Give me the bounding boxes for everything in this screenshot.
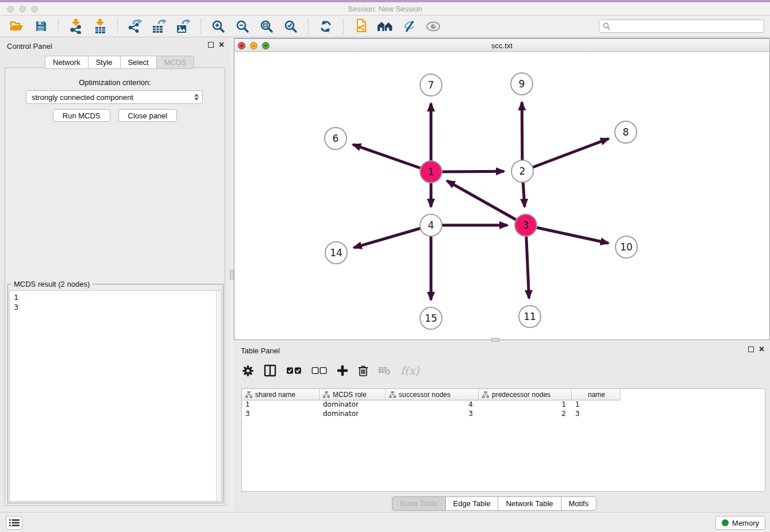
mcds-result-textarea[interactable]: 13 bbox=[9, 290, 222, 502]
gear-icon bbox=[242, 365, 254, 377]
toolbar-separator bbox=[308, 19, 309, 34]
first-neighbors-button[interactable] bbox=[376, 18, 394, 35]
table-cell: dominator bbox=[319, 400, 386, 410]
export-image-button[interactable] bbox=[175, 18, 192, 35]
search-box[interactable] bbox=[599, 20, 764, 33]
tab-node-table[interactable]: Node Table bbox=[392, 496, 446, 511]
network-window-titlebar[interactable]: × − + scc.txt bbox=[234, 38, 769, 52]
table-cell: 3 bbox=[242, 410, 319, 419]
tab-network-table[interactable]: Network Table bbox=[498, 496, 561, 511]
refresh-button[interactable] bbox=[317, 18, 334, 35]
control-panel-header: Control Panel × bbox=[0, 38, 230, 54]
add-column-button[interactable] bbox=[337, 365, 348, 376]
splitter-handle[interactable] bbox=[491, 338, 499, 342]
clone-network-icon bbox=[355, 19, 367, 34]
tab-edge-table[interactable]: Edge Table bbox=[446, 496, 499, 511]
main-toolbar bbox=[0, 16, 770, 37]
graph-node-2[interactable]: 2 bbox=[511, 160, 534, 183]
graph-node-8[interactable]: 8 bbox=[614, 121, 637, 144]
columns-icon bbox=[264, 364, 276, 377]
result-scrollbar[interactable] bbox=[216, 291, 221, 501]
graph-node-3[interactable]: 3 bbox=[514, 214, 537, 237]
zoom-out-icon bbox=[236, 20, 249, 33]
network-window-title: scc.txt bbox=[234, 41, 769, 50]
task-history-button[interactable] bbox=[6, 516, 22, 530]
show-graphics-details-button[interactable] bbox=[401, 18, 418, 35]
function-builder-button[interactable]: f(x) bbox=[401, 364, 419, 377]
column-header-successor-nodes[interactable]: successor nodes bbox=[386, 389, 479, 400]
graph-edge-1-6[interactable] bbox=[353, 145, 431, 172]
import-network-button[interactable] bbox=[67, 18, 84, 35]
zoom-selected-icon bbox=[284, 20, 298, 33]
float-panel-icon[interactable] bbox=[748, 346, 754, 352]
zoom-selected-button[interactable] bbox=[282, 18, 299, 35]
column-header-name[interactable]: name bbox=[572, 389, 621, 400]
graph-edges-layer bbox=[234, 52, 769, 340]
optimization-criterion-select[interactable]: strongly connected component bbox=[26, 90, 203, 104]
tab-motifs[interactable]: Motifs bbox=[561, 496, 597, 511]
search-input[interactable] bbox=[613, 22, 760, 30]
table-cell: 4 bbox=[386, 400, 479, 410]
selected-option: strongly connected component bbox=[32, 93, 133, 102]
graph-node-7[interactable]: 7 bbox=[419, 74, 442, 97]
toolbar-separator bbox=[58, 19, 59, 34]
float-panel-icon[interactable] bbox=[208, 42, 214, 48]
graph-edge-2-8[interactable] bbox=[522, 138, 609, 171]
table-settings-button[interactable] bbox=[242, 365, 254, 377]
export-table-button[interactable] bbox=[151, 18, 168, 35]
tab-style[interactable]: Style bbox=[88, 56, 121, 69]
column-header-MCDS-role[interactable]: MCDS role bbox=[319, 389, 386, 400]
eye-button[interactable] bbox=[425, 18, 442, 35]
graph-node-14[interactable]: 14 bbox=[325, 241, 348, 264]
tab-mcds[interactable]: MCDS bbox=[157, 56, 194, 69]
delete-column-button[interactable] bbox=[358, 365, 368, 377]
graph-node-11[interactable]: 11 bbox=[518, 305, 541, 328]
column-header-label: predecessor nodes bbox=[492, 391, 550, 399]
close-panel-button[interactable]: Close panel bbox=[118, 109, 178, 122]
column-type-icon bbox=[389, 391, 396, 398]
network-canvas[interactable]: 7968124314101511 bbox=[234, 52, 769, 340]
graph-node-1[interactable]: 1 bbox=[419, 160, 442, 183]
zoom-in-button[interactable] bbox=[210, 18, 227, 35]
clone-network-button[interactable] bbox=[352, 18, 369, 35]
close-panel-icon[interactable]: × bbox=[219, 42, 224, 48]
deselect-all-columns-button[interactable] bbox=[311, 367, 327, 375]
graph-edge-3-10[interactable] bbox=[526, 225, 609, 243]
memory-button[interactable]: Memory bbox=[715, 516, 765, 530]
open-session-button[interactable] bbox=[8, 18, 25, 35]
graph-node-15[interactable]: 15 bbox=[419, 307, 442, 330]
zoom-in-icon bbox=[211, 20, 225, 33]
vertical-splitter[interactable] bbox=[230, 38, 234, 508]
graph-node-4[interactable]: 4 bbox=[419, 214, 442, 237]
zoom-out-button[interactable] bbox=[234, 18, 251, 35]
table-cell: 1 bbox=[242, 400, 319, 410]
tab-select[interactable]: Select bbox=[121, 56, 157, 69]
table-row[interactable]: 3dominator323 bbox=[242, 410, 765, 419]
graph-edge-4-14[interactable] bbox=[354, 225, 431, 248]
save-session-button[interactable] bbox=[32, 18, 49, 35]
show-graphics-details-icon bbox=[402, 20, 416, 33]
column-header-predecessor-nodes[interactable]: predecessor nodes bbox=[479, 389, 572, 400]
delete-table-button[interactable] bbox=[378, 366, 391, 375]
table-panel: Table Panel × f(x) shared nameMCDS roles… bbox=[234, 342, 770, 511]
show-columns-button[interactable] bbox=[264, 364, 276, 377]
run-mcds-button[interactable]: Run MCDS bbox=[53, 109, 110, 122]
zoom-fit-button[interactable] bbox=[258, 18, 275, 35]
graph-node-9[interactable]: 9 bbox=[510, 72, 533, 95]
control-panel: Control Panel × NetworkStyleSelectMCDS O… bbox=[0, 38, 230, 508]
table-panel-title: Table Panel bbox=[241, 346, 280, 355]
close-panel-icon[interactable]: × bbox=[759, 346, 764, 352]
export-network-button[interactable] bbox=[126, 18, 144, 35]
graph-node-6[interactable]: 6 bbox=[324, 127, 347, 150]
deselect-all-icon bbox=[311, 367, 327, 375]
column-header-shared-name[interactable]: shared name bbox=[242, 389, 319, 400]
splitter-handle[interactable] bbox=[230, 270, 234, 279]
graph-edge-3-1[interactable] bbox=[447, 181, 526, 225]
table-row[interactable]: 1dominator411 bbox=[242, 400, 765, 410]
graph-node-10[interactable]: 10 bbox=[615, 236, 638, 259]
table-cell: 1 bbox=[479, 400, 572, 410]
first-neighbors-icon bbox=[377, 21, 394, 32]
select-all-columns-button[interactable] bbox=[286, 367, 302, 375]
import-table-button[interactable] bbox=[91, 18, 109, 35]
tab-network[interactable]: Network bbox=[45, 56, 88, 69]
